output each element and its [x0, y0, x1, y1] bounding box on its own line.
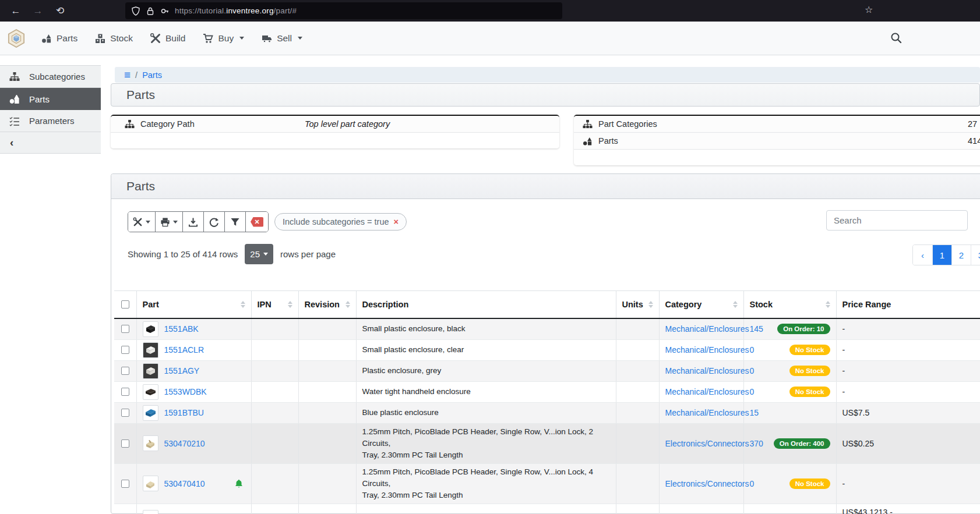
- refresh-button[interactable]: [203, 212, 224, 232]
- sitemap-icon: [125, 119, 135, 129]
- search-icon[interactable]: [890, 32, 902, 44]
- nav-item-buy[interactable]: Buy: [203, 33, 244, 44]
- sort-icon[interactable]: [241, 301, 245, 308]
- sidebar-item-parameters[interactable]: Parameters: [0, 110, 101, 132]
- pagination-page-3[interactable]: 3: [971, 245, 980, 265]
- revision-cell: [298, 504, 356, 514]
- panel-title: Parts: [111, 174, 980, 199]
- column-header-category[interactable]: Category: [659, 291, 743, 318]
- part-link[interactable]: 1551AGY: [164, 366, 200, 375]
- key-permission-icon[interactable]: [160, 6, 170, 16]
- stock-count-link[interactable]: 0: [750, 479, 755, 488]
- search-input[interactable]: [826, 210, 968, 231]
- breadcrumb-link-parts[interactable]: Parts: [142, 70, 162, 80]
- column-header-units[interactable]: Units: [616, 291, 659, 318]
- nav-item-parts[interactable]: Parts: [41, 33, 77, 44]
- stock-count-link[interactable]: 370: [750, 439, 763, 448]
- stock-count-link[interactable]: 0: [750, 366, 755, 375]
- part-link[interactable]: 1551ABK: [164, 324, 199, 334]
- sidebar-item-label: Subcategories: [29, 72, 85, 81]
- sort-icon[interactable]: [826, 301, 830, 308]
- row-checkbox[interactable]: [121, 388, 129, 396]
- category-link[interactable]: Mechanical/Enclosures: [665, 408, 749, 417]
- category-link[interactable]: Mechanical/Enclosures: [665, 324, 749, 334]
- sort-icon[interactable]: [346, 301, 350, 308]
- sort-icon[interactable]: [648, 301, 653, 308]
- units-cell: [616, 360, 659, 381]
- ipn-cell: [251, 423, 298, 463]
- clear-filters-button[interactable]: ✕: [245, 212, 268, 232]
- table-row[interactable]: 1591BTBU Blue plastic enclosure Mechanic…: [114, 402, 980, 423]
- row-checkbox[interactable]: [121, 439, 129, 448]
- part-link[interactable]: 530470410: [164, 479, 205, 488]
- column-header-stock[interactable]: Stock: [743, 291, 836, 318]
- stock-count-link[interactable]: 0: [750, 345, 755, 355]
- nav-item-sell[interactable]: Sell: [262, 33, 302, 44]
- browser-back-button[interactable]: ←: [8, 3, 23, 19]
- table-row[interactable]: Blue Chair $ A chair - with blue paint F…: [114, 504, 980, 514]
- inventree-logo[interactable]: [8, 29, 25, 48]
- description-cell: 1.25mm Pitch, PicoBlade PCB Header, Sing…: [356, 463, 616, 504]
- sort-icon[interactable]: [288, 301, 292, 308]
- browser-forward-button[interactable]: →: [30, 3, 45, 19]
- column-header-part[interactable]: Part: [136, 291, 251, 318]
- download-button[interactable]: [182, 212, 203, 232]
- part-link[interactable]: 1553WDBK: [164, 387, 207, 396]
- boxes-icon: [95, 33, 105, 44]
- page-size-dropdown[interactable]: 25: [245, 244, 273, 264]
- sidebar-item-parts[interactable]: Parts: [0, 88, 101, 110]
- price-cell: US$7.5: [836, 402, 980, 423]
- filter-button[interactable]: [224, 212, 245, 232]
- table-row[interactable]: 1553WDBK Water tight handheld enclosure …: [114, 381, 980, 402]
- sort-icon[interactable]: [733, 301, 738, 308]
- printer-icon: [160, 217, 170, 227]
- lock-icon[interactable]: [146, 6, 155, 16]
- sidebar-collapse-button[interactable]: ‹: [0, 132, 101, 154]
- row-checkbox[interactable]: [121, 346, 129, 354]
- sidebar-item-subcategories[interactable]: Subcategories: [0, 66, 101, 88]
- bookmark-star-icon[interactable]: ☆: [865, 4, 873, 15]
- row-checkbox[interactable]: [121, 480, 129, 488]
- stat-label: Part Categories: [598, 119, 657, 129]
- pagination-prev[interactable]: ‹: [913, 245, 932, 265]
- part-link[interactable]: 530470210: [164, 439, 205, 448]
- column-header-price-range[interactable]: Price Range: [836, 291, 980, 318]
- browser-reload-button[interactable]: ⟲: [52, 3, 68, 19]
- pagination-page-1[interactable]: 1: [932, 245, 951, 265]
- column-header-revision[interactable]: Revision: [298, 291, 356, 318]
- table-row[interactable]: 1551ABK Small plastic enclosure, black M…: [114, 318, 980, 340]
- part-link[interactable]: 1551ACLR: [164, 345, 205, 355]
- stock-count-link[interactable]: 0: [750, 387, 755, 396]
- stock-count-link[interactable]: 145: [750, 324, 763, 334]
- breadcrumb-menu-icon[interactable]: ≡: [124, 69, 131, 80]
- address-bar[interactable]: https://tutorial.inventree.org/part/#: [125, 2, 562, 19]
- table-row[interactable]: 1551ACLR Small plastic enclosure, clear …: [114, 339, 980, 360]
- column-header-ipn[interactable]: IPN: [251, 291, 298, 318]
- part-link[interactable]: 1591BTBU: [164, 408, 204, 417]
- row-checkbox[interactable]: [121, 409, 129, 417]
- nav-item-stock[interactable]: Stock: [95, 33, 133, 44]
- category-link[interactable]: Mechanical/Enclosures: [665, 387, 749, 396]
- category-link[interactable]: Mechanical/Enclosures: [665, 366, 749, 375]
- print-dropdown-button[interactable]: [155, 212, 182, 232]
- actions-dropdown-button[interactable]: [128, 212, 155, 232]
- nav-item-build[interactable]: Build: [150, 33, 185, 44]
- row-checkbox[interactable]: [121, 367, 129, 375]
- filter-chip-remove-icon[interactable]: ×: [394, 217, 399, 226]
- stock-count-link[interactable]: 15: [750, 408, 759, 417]
- pagination-page-2[interactable]: 2: [951, 245, 971, 265]
- row-checkbox[interactable]: [121, 325, 129, 333]
- table-row[interactable]: 530470410 1.25mm Pitch, PicoBlade PCB He…: [114, 463, 980, 504]
- table-row[interactable]: 1551AGY Plastic enclosure, grey Mechanic…: [114, 360, 980, 381]
- select-all-header[interactable]: [114, 291, 136, 318]
- select-all-checkbox[interactable]: [121, 300, 129, 309]
- category-link[interactable]: Mechanical/Enclosures: [665, 345, 749, 355]
- category-path-value: Top level part category: [305, 119, 390, 129]
- column-header-description[interactable]: Description: [356, 291, 616, 318]
- category-link[interactable]: Electronics/Connectors: [665, 479, 749, 488]
- parts-table-panel: Parts: [111, 173, 980, 514]
- truck-icon: [262, 33, 272, 44]
- table-row[interactable]: 530470210 1.25mm Pitch, PicoBlade PCB He…: [114, 423, 980, 463]
- filter-chip-include-subcategories[interactable]: Include subcategories = true ×: [274, 213, 407, 231]
- category-link[interactable]: Electronics/Connectors: [665, 439, 749, 448]
